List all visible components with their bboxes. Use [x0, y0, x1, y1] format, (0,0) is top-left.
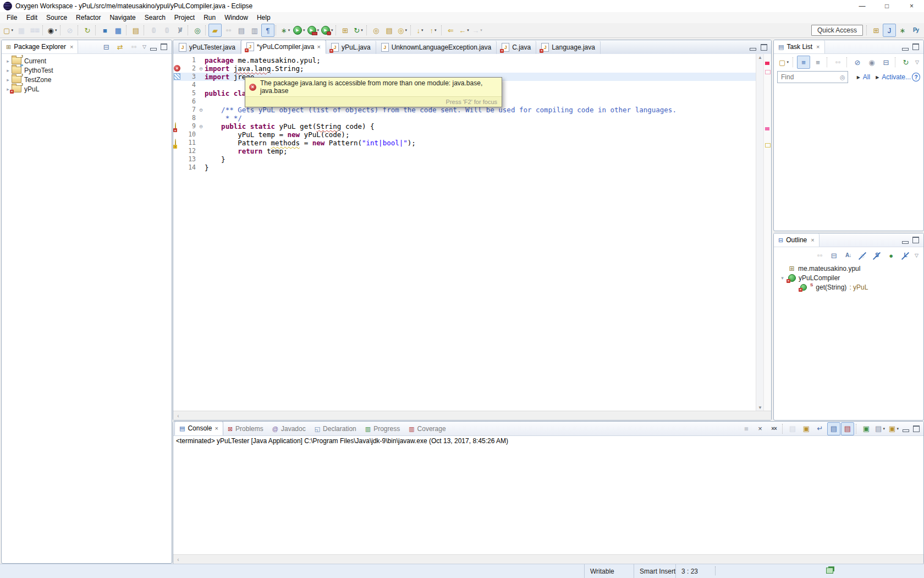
last-edit-bracket-button[interactable]: }//: [173, 24, 186, 37]
run-button[interactable]: ▶▾: [292, 24, 306, 37]
outline-item-get-string-[interactable]: ×Sget(String) : yPuL: [774, 282, 923, 292]
task-activate-link[interactable]: Activate...: [882, 73, 911, 81]
pin-console-toggle[interactable]: ▣: [860, 422, 873, 435]
outline-tab[interactable]: ⊟ Outline ×: [774, 233, 820, 247]
console-tab-console[interactable]: ▤Console×: [174, 421, 223, 435]
maximize-outline-button[interactable]: [912, 237, 919, 243]
editor-horizontal-scrollbar[interactable]: ‹: [173, 411, 771, 420]
show-source-button[interactable]: ▥: [248, 24, 261, 37]
chevron-right-icon[interactable]: ▸: [5, 77, 11, 83]
minimize-task-list-button[interactable]: [902, 48, 909, 51]
editor-vertical-scrollbar[interactable]: ▲▼: [756, 54, 764, 411]
fold-collapse-icon[interactable]: ⊖: [197, 64, 205, 73]
account-button[interactable]: ◉▾: [46, 24, 59, 37]
menu-item-refactor[interactable]: Refactor: [72, 13, 105, 23]
minimize-package-explorer-button[interactable]: [150, 48, 157, 51]
import-folder-button[interactable]: ▤: [129, 24, 142, 37]
collapse-all-button[interactable]: ⊟: [879, 56, 893, 69]
console-output[interactable]: [173, 446, 923, 554]
display-console-button[interactable]: ▤▾: [873, 422, 887, 435]
open-type-button[interactable]: ◎: [370, 24, 383, 37]
error-marker-icon[interactable]: ×: [174, 65, 180, 72]
task-list-tab[interactable]: ▤ Task List ×: [774, 40, 825, 53]
menu-item-edit[interactable]: Edit: [21, 13, 42, 23]
collapse-all-button[interactable]: ⊟: [100, 40, 113, 53]
minimize-outline-button[interactable]: [902, 241, 909, 244]
project-current[interactable]: ▸JCurrent: [2, 56, 172, 66]
profile-button[interactable]: ▶▾: [320, 24, 334, 37]
close-tab-icon[interactable]: ×: [215, 425, 218, 432]
close-icon[interactable]: ×: [70, 43, 73, 50]
open-resource-button[interactable]: ▤: [383, 24, 396, 37]
refresh-connection-button[interactable]: ↻▾: [352, 24, 365, 37]
menu-item-navigate[interactable]: Navigate: [105, 13, 140, 23]
chevron-right-icon[interactable]: ▸: [5, 68, 11, 73]
chevron-down-icon[interactable]: ▾: [779, 275, 785, 281]
open-task-button[interactable]: ▤: [235, 24, 248, 37]
overview-yellow-mark[interactable]: [765, 143, 771, 148]
maximize-editor-button[interactable]: [761, 44, 767, 51]
show-whitespace-toggle[interactable]: ¶: [261, 24, 274, 37]
minimize-window-button[interactable]: —: [850, 0, 875, 12]
help-icon[interactable]: ?: [912, 73, 920, 81]
task-all-link[interactable]: All: [863, 73, 870, 81]
editor-tab--ypulcompiler-java[interactable]: J×*yPuLCompiler.java×: [241, 40, 326, 54]
coverage-grid-button[interactable]: ▦: [112, 24, 125, 37]
collapse-all-button[interactable]: ⊟: [827, 249, 840, 262]
java-perspective-button[interactable]: J: [883, 24, 896, 37]
next-annotation-nav-button[interactable]: ↓▾: [414, 24, 427, 37]
overview-pink-mark[interactable]: [765, 127, 769, 130]
outline-item-me-mateusakino-ypul[interactable]: ⊞me.mateusakino.ypul: [774, 264, 923, 273]
editor-tab-c-java[interactable]: J×C.java: [497, 41, 536, 54]
overview-ruler[interactable]: [763, 54, 771, 411]
console-tab-declaration[interactable]: ◱Declaration: [310, 422, 361, 435]
remove-all-terminated-button[interactable]: ××: [767, 422, 780, 435]
fold-collapse-icon[interactable]: ⊖: [197, 106, 205, 114]
new-wizard-button[interactable]: ▢▾: [2, 24, 15, 37]
package-explorer-tab[interactable]: ⊞ Package Explorer ×: [2, 40, 78, 53]
coverage-button[interactable]: ▶▾: [306, 24, 321, 37]
menu-item-source[interactable]: Source: [42, 13, 72, 23]
open-console-button[interactable]: ▣▾: [887, 422, 900, 435]
pydev-perspective-button[interactable]: Py: [909, 24, 922, 37]
view-menu-button[interactable]: ▽: [914, 59, 921, 65]
link-with-editor-button[interactable]: ⇄: [113, 40, 127, 53]
show-on-stderr-toggle[interactable]: ▤: [841, 422, 854, 435]
console-horizontal-scrollbar[interactable]: ‹: [173, 554, 923, 564]
project-ypul[interactable]: ▸J×yPuL: [2, 84, 172, 94]
hide-local-types-toggle[interactable]: L: [899, 249, 912, 262]
close-tab-icon[interactable]: ×: [317, 43, 321, 50]
new-java-project-button[interactable]: ⊞: [339, 24, 352, 37]
outline-item-ypulcompiler[interactable]: ▾×yPuLCompiler: [774, 273, 923, 282]
back-button[interactable]: ←▾: [458, 24, 471, 37]
previous-annotation-nav-button[interactable]: ↑▾: [427, 24, 440, 37]
hide-static-toggle[interactable]: S: [870, 249, 883, 262]
overview-pink-hollow-mark[interactable]: [765, 70, 771, 74]
last-edit-location-button[interactable]: ⇐: [444, 24, 458, 37]
console-tab-progress[interactable]: ▥Progress: [361, 422, 404, 435]
view-menu-button[interactable]: ▽: [913, 253, 920, 258]
close-icon[interactable]: ×: [816, 43, 820, 50]
close-icon[interactable]: ×: [811, 237, 814, 243]
maximize-package-explorer-button[interactable]: [161, 43, 167, 50]
project-pythotest[interactable]: ▸PPythoTest: [2, 66, 172, 75]
quick-access-box[interactable]: Quick Access: [811, 25, 863, 36]
console-tab-javadoc[interactable]: @Javadoc: [268, 422, 310, 435]
editor-tab-ypul-java[interactable]: J×yPuL.java: [326, 41, 376, 54]
editor-tab-ypultester-java[interactable]: JyPuLTester.java: [174, 41, 241, 54]
console-tab-problems[interactable]: ⊠Problems: [223, 422, 268, 435]
view-menu-button[interactable]: ▽: [141, 44, 148, 50]
overview-error-mark[interactable]: [765, 62, 769, 65]
scheduled-view-toggle[interactable]: ≡: [811, 56, 824, 69]
hide-completed-toggle[interactable]: ⊘: [851, 56, 864, 69]
synchronize-button[interactable]: ↻: [899, 56, 912, 69]
update-project-button[interactable]: ↻: [81, 24, 94, 37]
open-type-hierarchy-button[interactable]: ◎: [191, 24, 204, 37]
close-window-button[interactable]: ×: [899, 0, 924, 12]
minimize-console-button[interactable]: [903, 429, 909, 432]
maximize-window-button[interactable]: □: [875, 0, 899, 12]
debug-perspective-button[interactable]: ∗: [896, 24, 909, 37]
categorized-view-toggle[interactable]: ≡: [797, 56, 810, 69]
fold-collapse-icon[interactable]: ⊖: [197, 122, 205, 130]
new-task-button[interactable]: ▢▾: [777, 56, 790, 69]
